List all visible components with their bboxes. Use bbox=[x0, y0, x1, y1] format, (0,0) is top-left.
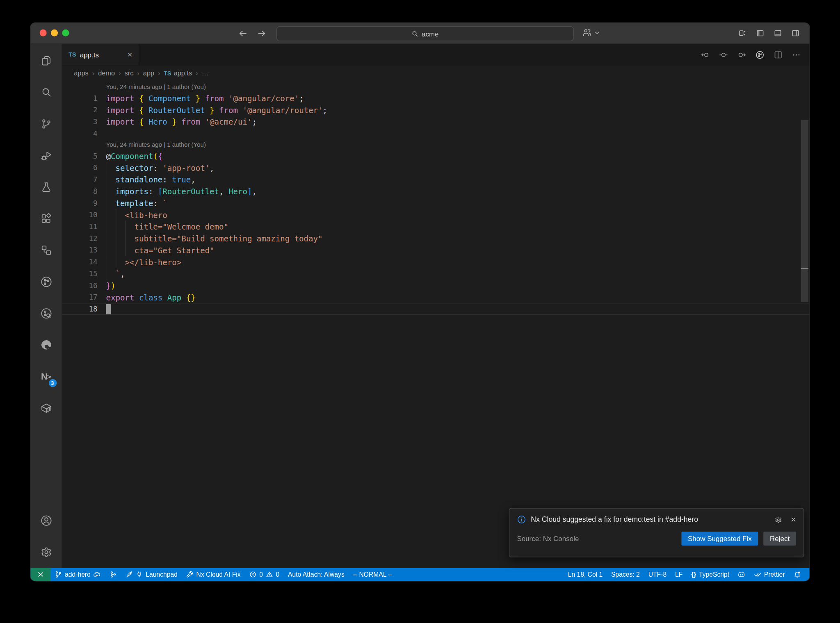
blame-annotation[interactable]: You, 24 minutes ago | 1 author (You) bbox=[62, 139, 810, 150]
code-line[interactable]: 9 template: ` bbox=[62, 197, 810, 209]
zoom-window-button[interactable] bbox=[62, 30, 69, 36]
profile-menu[interactable] bbox=[581, 27, 600, 39]
tab-strip: TS app.ts × bbox=[62, 44, 810, 65]
line-number: 18 bbox=[62, 305, 98, 313]
status-problems[interactable]: 00 bbox=[245, 568, 284, 581]
nav-forward-icon[interactable] bbox=[737, 50, 746, 59]
code-line[interactable]: 2import { RouterOutlet } from '@angular/… bbox=[62, 104, 810, 116]
nav-back-icon[interactable] bbox=[701, 50, 710, 59]
code-line[interactable]: 14 ></lib-hero> bbox=[62, 256, 810, 268]
activity-explorer[interactable] bbox=[30, 45, 62, 77]
activity-settings[interactable] bbox=[30, 537, 62, 568]
notification-close-icon[interactable]: × bbox=[791, 515, 796, 524]
editor-scrollbar bbox=[801, 82, 808, 568]
braces-icon: {} bbox=[691, 571, 696, 578]
activity-edge-browser[interactable] bbox=[30, 329, 62, 361]
activity-nx-graph-search[interactable] bbox=[30, 298, 62, 329]
code-line[interactable]: 16}) bbox=[62, 280, 810, 291]
split-editor-icon[interactable] bbox=[774, 50, 783, 59]
activity-extensions[interactable] bbox=[30, 203, 62, 234]
activity-testing[interactable] bbox=[30, 171, 62, 203]
breadcrumb-item[interactable]: apps bbox=[74, 70, 88, 77]
code-line[interactable]: 7 standalone: true, bbox=[62, 173, 810, 185]
breadcrumb-item[interactable]: src bbox=[125, 70, 134, 77]
code-line[interactable]: 17export class App {} bbox=[62, 291, 810, 303]
minimize-window-button[interactable] bbox=[51, 30, 58, 36]
status-branch[interactable]: add-hero bbox=[50, 568, 105, 581]
code-editor[interactable]: You, 24 minutes ago | 1 author (You)1imp… bbox=[62, 82, 810, 568]
code-line[interactable]: 13 cta="Get Started" bbox=[62, 244, 810, 256]
show-suggested-fix-button[interactable]: Show Suggested Fix bbox=[681, 532, 758, 546]
ellipsis-icon[interactable] bbox=[792, 50, 801, 59]
breadcrumb-item[interactable]: demo bbox=[98, 70, 115, 77]
status-indentation[interactable]: Spaces: 2 bbox=[607, 568, 644, 581]
git-graph-icon bbox=[110, 571, 117, 578]
line-number: 2 bbox=[62, 105, 98, 114]
code-line[interactable]: 10 <lib-hero bbox=[62, 209, 810, 221]
breadcrumb-file[interactable]: app.ts bbox=[174, 70, 192, 77]
status-copilot[interactable] bbox=[733, 568, 749, 581]
activity-accounts[interactable] bbox=[30, 505, 62, 537]
reject-button[interactable]: Reject bbox=[763, 532, 796, 546]
activity-project-structure[interactable] bbox=[30, 234, 62, 266]
status-nx-cloud-ai-fix[interactable]: Nx Cloud AI Fix bbox=[182, 568, 245, 581]
vscode-window: acme N>3 TS app.ts × apps›de bbox=[30, 23, 810, 582]
activity-nx-graph[interactable] bbox=[30, 266, 62, 298]
status-launchpad[interactable]: Launchpad bbox=[121, 568, 182, 581]
status-vim-mode[interactable]: -- NORMAL -- bbox=[349, 568, 397, 581]
activity-containers[interactable] bbox=[30, 392, 62, 424]
error-icon bbox=[249, 571, 257, 578]
graph-circle-small-icon[interactable] bbox=[756, 50, 765, 59]
remote-indicator[interactable] bbox=[30, 568, 50, 581]
toggle-sidebar-left-icon[interactable] bbox=[756, 29, 765, 38]
breadcrumb-separator: › bbox=[137, 70, 139, 77]
notification-settings-gear-icon[interactable] bbox=[774, 515, 783, 524]
status-eol[interactable]: LF bbox=[671, 568, 687, 581]
search-value: acme bbox=[422, 30, 439, 38]
activity-nx-console[interactable]: N>3 bbox=[30, 361, 62, 392]
activity-source-control[interactable] bbox=[30, 108, 62, 140]
breadcrumb-separator: › bbox=[196, 70, 198, 77]
history-forward-icon[interactable] bbox=[257, 29, 266, 38]
breadcrumb-more[interactable]: … bbox=[202, 70, 208, 77]
code-line[interactable]: 12 subtitle="Build something amazing tod… bbox=[62, 232, 810, 244]
status-cursor-position[interactable]: Ln 18, Col 1 bbox=[564, 568, 607, 581]
status-notifications[interactable] bbox=[789, 568, 805, 581]
blame-annotation[interactable]: You, 24 minutes ago | 1 author (You) bbox=[62, 82, 810, 92]
status-auto-attach[interactable]: Auto Attach: Always bbox=[284, 568, 349, 581]
code-line[interactable]: 3import { Hero } from '@acme/ui'; bbox=[62, 116, 810, 127]
typescript-file-icon: TS bbox=[68, 51, 76, 58]
status-language[interactable]: {}TypeScript bbox=[687, 568, 734, 581]
status-prettier[interactable]: Prettier bbox=[750, 568, 789, 581]
nav-circle-icon[interactable] bbox=[719, 50, 728, 59]
activity-run-and-debug[interactable] bbox=[30, 140, 62, 171]
close-window-button[interactable] bbox=[40, 30, 47, 36]
toggle-panel-icon[interactable] bbox=[774, 29, 782, 38]
code-line[interactable]: 1import { Component } from '@angular/cor… bbox=[62, 92, 810, 104]
customize-layout-icon[interactable] bbox=[738, 29, 747, 38]
code-line[interactable]: 11 title="Welcmoe demo" bbox=[62, 221, 810, 232]
status-encoding[interactable]: UTF-8 bbox=[644, 568, 671, 581]
code-line[interactable]: 6 selector: 'app-root', bbox=[62, 161, 810, 173]
command-center-search[interactable]: acme bbox=[276, 26, 574, 41]
code-line[interactable]: 5@Component({ bbox=[62, 150, 810, 162]
code-line[interactable]: 18 bbox=[62, 303, 810, 315]
tab-app-ts[interactable]: TS app.ts × bbox=[62, 44, 139, 65]
tab-close-icon[interactable]: × bbox=[127, 50, 132, 59]
line-number: 9 bbox=[62, 199, 98, 207]
traffic-lights bbox=[40, 30, 69, 36]
code-line[interactable]: 8 imports: [RouterOutlet, Hero], bbox=[62, 185, 810, 197]
breadcrumb-item[interactable]: app bbox=[143, 70, 154, 77]
code-line[interactable]: 15 `, bbox=[62, 268, 810, 280]
code-line[interactable]: 4 bbox=[62, 127, 810, 139]
scrollbar-thumb[interactable] bbox=[801, 120, 808, 302]
status-git-graph[interactable] bbox=[105, 568, 121, 581]
chevron-down-icon bbox=[594, 30, 600, 35]
line-number: 13 bbox=[62, 246, 98, 255]
warning-icon bbox=[266, 571, 273, 578]
activity-search[interactable] bbox=[30, 77, 62, 108]
toggle-sidebar-right-icon[interactable] bbox=[791, 29, 800, 38]
line-number: 15 bbox=[62, 269, 98, 278]
double-check-icon bbox=[754, 571, 761, 578]
history-back-icon[interactable] bbox=[238, 29, 247, 38]
